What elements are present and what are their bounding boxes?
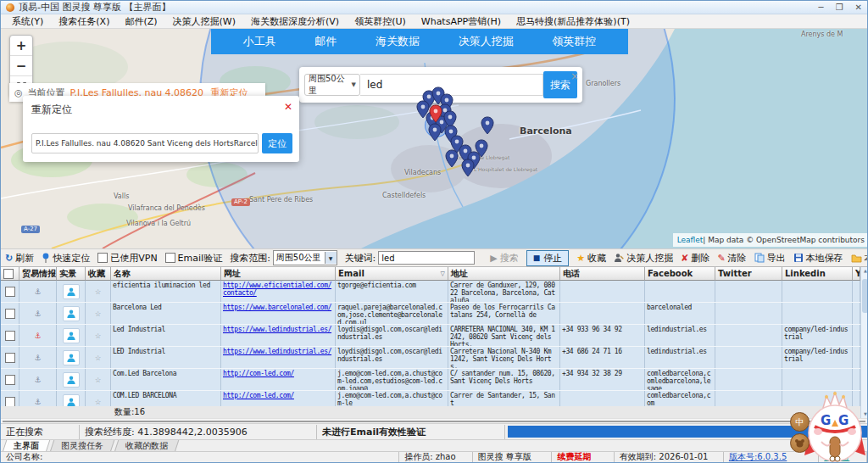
nav-tab-1[interactable]: 邮件 <box>308 34 343 49</box>
renew-link[interactable]: 续费延期 <box>552 452 614 462</box>
zoom-out-button[interactable]: − <box>10 56 32 76</box>
column-header-email[interactable]: Email▽ <box>336 267 448 281</box>
export-button[interactable]: 导出 <box>754 252 786 265</box>
table-row[interactable]: ⚓☆COM.LED BARCELONAhttp://com-led.com/j.… <box>1 391 860 406</box>
bottom-tab-1[interactable]: 图灵搜任务 <box>50 440 115 452</box>
stop-button[interactable]: ■ 停止 <box>526 250 570 266</box>
column-header-name[interactable]: 名称 <box>111 267 221 281</box>
street-view-button[interactable] <box>63 306 80 321</box>
trade-info-anchor-icon[interactable]: ⚓ <box>35 287 40 295</box>
maximize-button[interactable]: ❐ <box>836 3 843 12</box>
column-header-view[interactable]: 实景 <box>57 267 86 281</box>
favorite-button[interactable]: ★ 收藏 <box>576 252 606 265</box>
website-link[interactable]: https://www.ledindustrial.es/ <box>223 326 331 333</box>
row-checkbox[interactable] <box>5 353 15 363</box>
trade-info-anchor-icon[interactable]: ⚓ <box>35 354 40 361</box>
favorite-star-icon[interactable]: ☆ <box>95 398 101 405</box>
favorite-star-icon[interactable]: ☆ <box>95 332 101 339</box>
street-view-button[interactable] <box>63 350 80 365</box>
website-link[interactable]: https://www.barcelonaled.com/ <box>223 304 331 311</box>
zoom-in-button[interactable]: + <box>10 36 32 56</box>
street-view-button[interactable] <box>63 394 80 407</box>
website-link[interactable]: http://com-led.com/ <box>223 370 294 377</box>
quick-locate-button[interactable]: 快速定位 <box>42 252 90 265</box>
favorite-star-icon[interactable]: ☆ <box>95 310 101 317</box>
table-row[interactable]: ⚓☆Com.Led Barcelonahttp://com-led.com/j.… <box>1 369 860 391</box>
map-marker[interactable] <box>481 116 494 135</box>
search-range-select[interactable]: 周围50公里 ▼ <box>304 74 360 96</box>
toolbar-keyword-input[interactable]: led <box>378 251 475 265</box>
menu-item-0[interactable]: 系统(Y) <box>4 14 51 29</box>
scrollbar-thumb[interactable] <box>862 279 868 313</box>
select-all-checkbox[interactable] <box>3 269 14 279</box>
column-header-facebook[interactable]: Facebook <box>645 267 715 281</box>
refresh-button[interactable]: ↻ 刷新 <box>5 252 34 265</box>
menu-item-5[interactable]: 领英群控(U) <box>347 14 414 29</box>
email-verify-checkbox[interactable]: Email验证 <box>165 252 223 265</box>
scroll-up-arrow[interactable]: ▲ <box>861 267 868 275</box>
map-canvas[interactable]: VallsVilafranca del PenedèsVilanova i la… <box>1 29 868 248</box>
hscroll-thumb[interactable] <box>3 421 865 422</box>
table-row[interactable]: ⚓☆eficientia iluminacion ledhttp://www.e… <box>1 281 860 303</box>
toolbar-range-select[interactable]: 周围50公里 ▼ <box>273 250 337 265</box>
relocate-address-input[interactable]: P.I.Les Fallulles. nau 4.08620 Sant Vice… <box>31 133 259 153</box>
column-header-addr[interactable]: 地址 <box>448 267 560 281</box>
mascot-character[interactable]: G G <box>803 389 867 462</box>
map-marker-selected[interactable] <box>429 104 442 123</box>
map-marker[interactable] <box>461 159 475 177</box>
street-view-button[interactable] <box>63 284 80 299</box>
minimize-button[interactable]: ─ <box>819 3 824 12</box>
menu-item-2[interactable]: 邮件(Z) <box>117 14 164 29</box>
local-save-button[interactable]: 本地保存 <box>793 252 843 265</box>
close-button[interactable]: ✕ <box>855 3 862 12</box>
map-marker[interactable] <box>428 123 442 142</box>
table-row[interactable]: ⚓☆Led Industrialhttps://www.ledindustria… <box>1 325 860 347</box>
column-header-twitter[interactable]: Twitter <box>715 267 782 281</box>
column-header-trade[interactable]: 贸易情报 <box>19 267 57 281</box>
leaflet-link[interactable]: Leaflet <box>677 236 704 244</box>
column-header-fav[interactable]: 收藏 <box>86 267 111 281</box>
website-link[interactable]: http://www.eficientialed.com/contacto/ <box>223 282 331 297</box>
trade-info-anchor-icon[interactable]: ⚓ <box>35 310 40 317</box>
nav-tab-2[interactable]: 海关数据 <box>369 34 426 49</box>
table-row[interactable]: ⚓☆LED Industrialhttps://www.ledindustria… <box>1 347 860 369</box>
favorite-star-icon[interactable]: ☆ <box>95 376 101 383</box>
column-header-url[interactable]: 网址 <box>221 267 336 281</box>
search-panel-close-icon[interactable]: × <box>570 70 579 82</box>
delete-button[interactable]: ✘ 删除 <box>681 252 709 265</box>
coin-badge-bear-icon[interactable] <box>790 433 810 453</box>
column-header-phone[interactable]: 电话 <box>560 267 645 281</box>
website-link[interactable]: https://www.ledindustrial.es/ <box>223 348 331 355</box>
decision-mining-button[interactable]: 决策人挖掘 <box>614 252 673 265</box>
bottom-tab-2[interactable]: 收藏的数据 <box>114 440 180 452</box>
table-row[interactable]: ⚓☆Barcelona Ledhttps://www.barcelonaled.… <box>1 303 860 325</box>
row-checkbox[interactable] <box>5 375 15 385</box>
bottom-tab-0[interactable]: 主界面 <box>3 440 51 452</box>
menu-item-6[interactable]: WhatsAPP营销(H) <box>414 14 509 29</box>
coin-badge-zhong[interactable]: 中 <box>790 412 810 432</box>
street-view-button[interactable] <box>63 372 80 388</box>
website-link[interactable]: http://com-led.com/ <box>223 392 294 399</box>
filter-icon[interactable]: ▽ <box>441 271 445 277</box>
favorite-star-icon[interactable]: ☆ <box>95 354 101 361</box>
nav-tab-3[interactable]: 决策人挖掘 <box>452 34 520 49</box>
trade-info-anchor-icon[interactable]: ⚓ <box>35 376 40 383</box>
trade-info-anchor-icon[interactable]: ⚓ <box>35 398 40 405</box>
vpn-checkbox[interactable]: 已使用VPN <box>97 252 157 265</box>
street-view-button[interactable] <box>63 328 80 343</box>
menu-item-3[interactable]: 决策人挖掘(W) <box>165 14 243 29</box>
map-marker[interactable] <box>445 149 459 168</box>
relocate-close-icon[interactable]: ✕ <box>284 101 292 113</box>
column-header-y[interactable]: Y <box>853 267 860 281</box>
column-header-check[interactable] <box>1 267 19 281</box>
clear-button[interactable]: ✎ 清除 <box>717 252 746 265</box>
nav-tab-0[interactable]: 小工具 <box>236 34 283 49</box>
row-checkbox[interactable] <box>5 309 15 319</box>
row-checkbox[interactable] <box>5 287 15 297</box>
row-checkbox[interactable] <box>5 331 15 341</box>
menu-item-7[interactable]: 思马特搜(新品推荐体验)(T) <box>509 14 637 29</box>
menu-item-4[interactable]: 海关数据深度分析(V) <box>243 14 347 29</box>
row-checkbox[interactable] <box>5 397 15 407</box>
locate-button[interactable]: 定位 <box>262 133 292 153</box>
menu-item-1[interactable]: 搜索任务(X) <box>51 14 117 29</box>
